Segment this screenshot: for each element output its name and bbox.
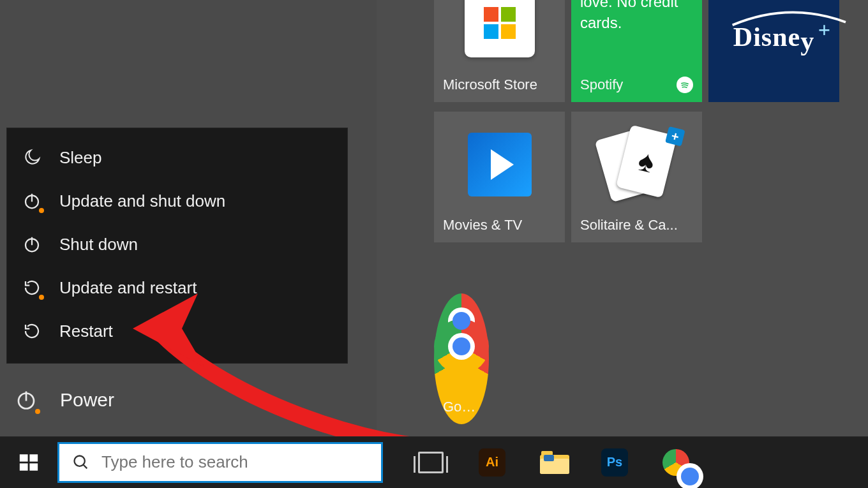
power-menu-item-label: Update and restart: [59, 278, 197, 298]
tile-microsoft-store[interactable]: Microsoft Store: [434, 0, 565, 102]
tile-solitaire[interactable]: ♠ Solitaire & Ca...: [571, 112, 702, 242]
movies-tv-icon: [434, 112, 565, 217]
svg-point-10: [75, 455, 85, 466]
tile-google-chrome[interactable]: Google Chrome: [434, 293, 489, 424]
power-icon: [21, 233, 43, 255]
power-menu-item-label: Restart: [59, 322, 113, 341]
power-button[interactable]: Power: [14, 388, 114, 412]
task-view-button[interactable]: [417, 449, 444, 476]
tile-disney-plus[interactable]: Disney+: [708, 0, 839, 102]
search-icon: [72, 454, 90, 471]
update-dot-icon: [35, 409, 40, 414]
power-menu-item-label: Update and shut down: [59, 191, 225, 211]
svg-rect-9: [29, 463, 38, 470]
power-menu: Sleep Update and shut down Shut down Upd…: [6, 128, 348, 364]
tile-spotify[interactable]: Play music you love. No credit cards. Sp…: [571, 0, 702, 102]
start-tiles: Microsoft Store Play music you love. No …: [434, 0, 868, 436]
moon-icon: [21, 147, 43, 168]
svg-rect-7: [29, 454, 38, 461]
photoshop-icon: Ps: [601, 448, 628, 477]
svg-line-11: [84, 464, 87, 468]
power-icon: [14, 388, 38, 412]
tile-label: Movies & TV: [443, 217, 556, 233]
taskbar-pinned: Ai Ps: [417, 449, 689, 476]
spotify-icon: [677, 77, 693, 93]
taskbar-illustrator[interactable]: Ai: [479, 449, 505, 476]
taskbar: Ai Ps: [0, 436, 868, 488]
restart-icon: [21, 320, 43, 342]
tile-movies-tv[interactable]: Movies & TV: [434, 112, 565, 242]
power-menu-sleep[interactable]: Sleep: [7, 136, 347, 179]
svg-rect-6: [20, 454, 28, 461]
microsoft-store-icon: [434, 0, 565, 77]
tile-label: Google Chrome: [443, 399, 480, 415]
power-menu-update-restart[interactable]: Update and restart: [7, 266, 347, 309]
update-dot-icon: [39, 295, 44, 300]
power-menu-update-shutdown[interactable]: Update and shut down: [7, 179, 347, 223]
start-button[interactable]: [0, 436, 57, 488]
search-box[interactable]: [57, 442, 383, 483]
task-view-icon: [418, 452, 444, 473]
power-icon: [21, 190, 43, 212]
tile-label: Microsoft Store: [443, 77, 556, 93]
windows-icon: [18, 452, 40, 473]
power-menu-shutdown[interactable]: Shut down: [7, 223, 347, 266]
illustrator-icon: Ai: [479, 448, 505, 477]
spotify-promo-text: Play music you love. No credit cards.: [580, 0, 693, 33]
power-menu-item-label: Shut down: [59, 235, 138, 255]
power-label: Power: [60, 389, 114, 411]
svg-rect-8: [20, 463, 28, 470]
update-dot-icon: [39, 208, 44, 213]
power-menu-item-label: Sleep: [59, 148, 102, 168]
solitaire-icon: ♠: [571, 112, 702, 217]
power-menu-restart[interactable]: Restart: [7, 309, 347, 353]
taskbar-photoshop[interactable]: Ps: [601, 449, 628, 476]
tile-label: Solitaire & Ca...: [580, 217, 693, 233]
taskbar-file-explorer[interactable]: [540, 449, 567, 476]
taskbar-chrome[interactable]: [662, 449, 689, 476]
tile-label: Spotify: [580, 77, 623, 93]
chrome-icon: [662, 449, 689, 476]
chrome-icon: [434, 293, 489, 399]
file-explorer-icon: [540, 451, 567, 474]
disney-plus-icon: Disney+: [708, 0, 839, 102]
restart-icon: [21, 277, 43, 299]
search-input[interactable]: [101, 452, 368, 472]
